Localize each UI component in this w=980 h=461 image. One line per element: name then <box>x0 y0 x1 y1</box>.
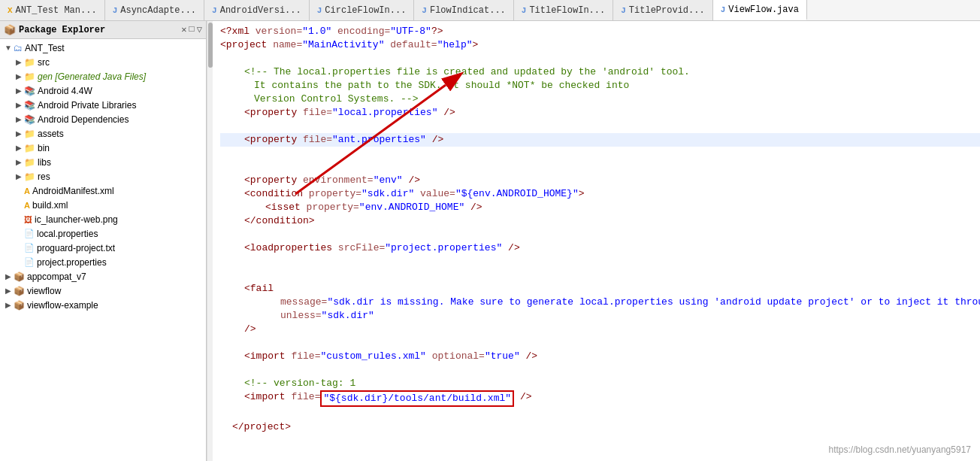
expand-icon: ▶ <box>14 144 24 152</box>
code-line-24 <box>220 336 980 350</box>
tab-circle-flow[interactable]: JCircleFlowIn... <box>310 0 415 20</box>
tree-item-android4w[interactable]: ▶ 📚 Android 4.4W <box>0 83 206 98</box>
java-tab-icon: J <box>522 6 527 15</box>
lib-icon: 📚 <box>24 100 35 111</box>
folder-icon: 📁 <box>24 171 35 182</box>
tab-ant-test-man[interactable]: XANT_Test Man... <box>0 0 105 20</box>
xml-file-icon: A <box>24 187 30 196</box>
tree-item-private-libs[interactable]: ▶ 📚 Android Private Libraries <box>0 98 206 112</box>
tree-item-viewflow-example[interactable]: ▶ 📦 viewflow-example <box>0 298 206 312</box>
lib-icon: 📚 <box>24 86 35 96</box>
editor-wrapper: <?xml version="1.0" encoding="UTF-8"?> <… <box>207 21 980 461</box>
tree-label: bin <box>38 143 50 153</box>
xml-tab-icon: X <box>8 6 13 15</box>
main-area: 📦 Package Explorer ✕ □ ▽ ▼ 🗂 ANT_Test ▶ … <box>0 21 980 461</box>
ref-project-icon: 📦 <box>14 271 25 282</box>
tree-item-viewflow[interactable]: ▶ 📦 viewflow <box>0 284 206 298</box>
java-tab-icon: J <box>422 6 427 15</box>
tree-label: Android Dependencies <box>38 114 129 125</box>
java-tab-icon: J <box>721 5 726 14</box>
tree-item-manifest[interactable]: A AndroidManifest.xml <box>0 183 206 198</box>
tree-item-appcompat[interactable]: ▶ 📦 appcompat_v7 <box>0 269 206 284</box>
tree-item-libs[interactable]: ▶ 📁 libs <box>0 155 206 169</box>
java-tab-icon: J <box>212 6 217 15</box>
tree-item-res[interactable]: ▶ 📁 res <box>0 169 206 183</box>
tab-async-adapter[interactable]: JAsyncAdapte... <box>105 0 204 20</box>
code-line-4: <!-- The local.properties file is create… <box>220 65 980 79</box>
tab-label: CircleFlowIn... <box>325 5 406 16</box>
code-line-26 <box>220 363 980 377</box>
tab-label: TitleProvid... <box>629 5 705 16</box>
code-line-8 <box>220 120 980 133</box>
code-line-1: <?xml version="1.0" encoding="UTF-8"?> <box>220 25 980 38</box>
code-line-10 <box>220 147 980 160</box>
expand-icon: ▶ <box>14 58 24 66</box>
tree-label: ic_launcher-web.png <box>35 214 118 225</box>
ref-project-icon2: 📦 <box>14 286 25 296</box>
props-file-icon: 📄 <box>24 229 35 238</box>
code-line-9: <property file="ant.properties" /> <box>220 133 980 147</box>
code-line-23: /> <box>220 323 980 336</box>
expand-icon: ▶ <box>14 172 24 180</box>
java-tab-icon: J <box>621 6 626 15</box>
code-editor[interactable]: <?xml version="1.0" encoding="UTF-8"?> <… <box>213 21 980 461</box>
tab-title-provid[interactable]: JTitleProvid... <box>613 0 712 20</box>
sidebar-minimize-icon[interactable]: □ <box>189 24 195 35</box>
scroll-thumb[interactable] <box>208 23 213 68</box>
code-line-30: </project> <box>220 420 980 434</box>
folder-icon: 📁 <box>24 143 35 153</box>
code-line-27: <!-- version-tag: 1 <box>220 377 980 390</box>
xml-file-icon: A <box>24 201 30 210</box>
tree-item-ant-test[interactable]: ▼ 🗂 ANT_Test <box>0 41 206 55</box>
vertical-scrollbar[interactable] <box>207 21 213 461</box>
code-line-17: <loadproperties srcFile="project.propert… <box>220 241 980 255</box>
tree-item-src[interactable]: ▶ 📁 src <box>0 55 206 69</box>
tree-item-bin[interactable]: ▶ 📁 bin <box>0 141 206 155</box>
tree-label: ANT_Test <box>25 43 65 53</box>
code-line-6: Version Control Systems. --> <box>220 93 980 106</box>
tab-flow-indicat[interactable]: JFlowIndicat... <box>414 0 513 20</box>
tree-item-build-xml[interactable]: A build.xml <box>0 198 206 212</box>
tree-item-gen[interactable]: ▶ 📁 gen [Generated Java Files] <box>0 69 206 83</box>
tab-android-versi[interactable]: JAndroidVersi... <box>204 0 310 20</box>
tree-label: viewflow-example <box>27 300 98 311</box>
tab-title-flow[interactable]: JTitleFlowIn... <box>514 0 613 20</box>
expand-icon: ▶ <box>3 287 14 295</box>
ref-project-icon3: 📦 <box>14 300 25 311</box>
tree-item-ic-launcher[interactable]: 🖼 ic_launcher-web.png <box>0 212 206 226</box>
tree-label: assets <box>38 129 64 139</box>
code-line-29 <box>220 407 980 420</box>
expand-icon: ▶ <box>14 101 24 109</box>
code-line-20: <fail <box>220 282 980 296</box>
code-line-15: </condition> <box>220 214 980 228</box>
folder-icon: 📁 <box>24 57 35 68</box>
code-line-28: <import file="${sdk.dir}/tools/ant/build… <box>220 390 980 407</box>
code-line-19 <box>220 268 980 282</box>
code-line-3 <box>220 52 980 65</box>
tree-label: build.xml <box>32 200 68 211</box>
code-line-22: unless="sdk.dir" <box>220 309 980 323</box>
tree-item-local-props[interactable]: 📄 local.properties <box>0 226 206 241</box>
tree-item-project-props[interactable]: 📄 project.properties <box>0 255 206 269</box>
tab-label: ViewFlow.java <box>728 5 799 15</box>
tab-viewflow-java[interactable]: JViewFlow.java <box>713 0 807 20</box>
tree-content: ▼ 🗂 ANT_Test ▶ 📁 src ▶ 📁 gen [Generated … <box>0 39 206 314</box>
folder-icon: 📁 <box>24 157 35 168</box>
tab-label: ANT_Test Man... <box>16 5 97 16</box>
tree-label: gen [Generated Java Files] <box>38 71 146 82</box>
expand-icon: ▶ <box>14 158 24 166</box>
tab-label: FlowIndicat... <box>430 5 506 16</box>
sidebar-title: Package Explorer <box>19 25 105 35</box>
sidebar-close-icon[interactable]: ✕ <box>181 24 186 35</box>
tab-label: AsyncAdapte... <box>120 5 196 16</box>
tab-label: AndroidVersi... <box>220 5 301 16</box>
tree-item-android-deps[interactable]: ▶ 📚 Android Dependencies <box>0 112 206 126</box>
lib-icon: 📚 <box>24 114 35 125</box>
code-line-7: <property file="local.properties" /> <box>220 106 980 120</box>
tree-item-assets[interactable]: ▶ 📁 assets <box>0 126 206 141</box>
tree-item-proguard[interactable]: 📄 proguard-project.txt <box>0 241 206 255</box>
tree-label: libs <box>38 157 51 168</box>
image-file-icon: 🖼 <box>24 215 32 224</box>
sidebar-menu-icon[interactable]: ▽ <box>197 24 202 35</box>
tree-label: local.properties <box>37 229 98 239</box>
